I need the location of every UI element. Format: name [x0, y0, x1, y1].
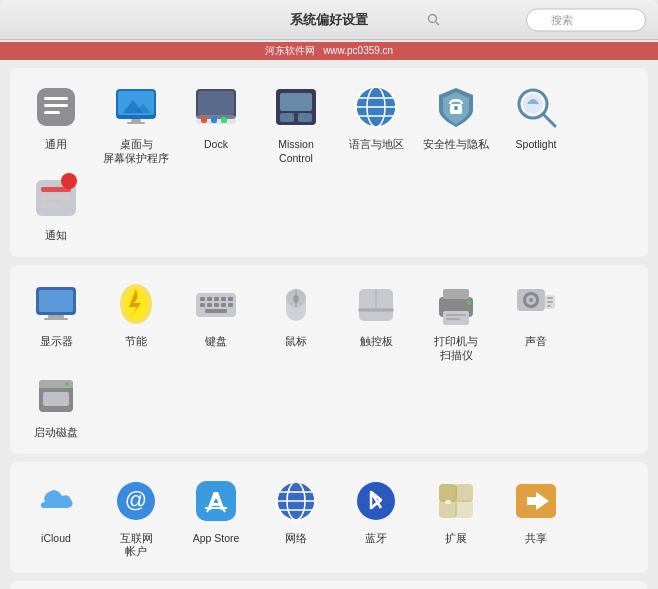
pref-printer[interactable]: 打印机与扫描仪 — [416, 277, 496, 362]
pref-sharing-label: 共享 — [525, 532, 547, 546]
svg-rect-40 — [44, 318, 68, 320]
pref-network[interactable]: 网络 — [256, 474, 336, 546]
pref-energy[interactable]: 节能 — [96, 277, 176, 349]
pref-extensions[interactable]: 扩展 — [416, 474, 496, 546]
dock-icon — [193, 84, 239, 130]
security-icon — [433, 84, 479, 130]
svg-rect-63 — [443, 289, 469, 299]
svg-rect-53 — [228, 303, 233, 307]
pref-language[interactable]: 语言与地区 — [336, 80, 416, 152]
svg-rect-39 — [48, 315, 64, 318]
svg-text:A: A — [207, 486, 226, 516]
pref-dock[interactable]: Dock — [176, 80, 256, 152]
svg-rect-5 — [44, 111, 60, 114]
pref-bluetooth-label: 蓝牙 — [365, 532, 387, 546]
pref-desktop[interactable]: 桌面与屏幕保护程序 — [96, 80, 176, 165]
section-system: 用户与群组 家长控制 — [10, 581, 648, 589]
window-title: 系统偏好设置 — [290, 11, 368, 29]
svg-rect-4 — [44, 104, 68, 107]
pref-internet-label: 互联网帐户 — [120, 532, 153, 559]
pref-mouse[interactable]: 鼠标 — [256, 277, 336, 349]
svg-rect-11 — [127, 122, 145, 124]
pref-startup[interactable]: 启动磁盘 — [16, 368, 96, 440]
svg-rect-16 — [211, 117, 217, 123]
pref-general[interactable]: 通用 — [16, 80, 96, 152]
network-icon — [273, 478, 319, 524]
pref-notification[interactable]: 通知 — [16, 171, 96, 243]
icloud-icon — [33, 478, 79, 524]
pref-appstore-label: App Store — [193, 532, 240, 546]
search-box[interactable]: 搜索 — [526, 8, 646, 31]
pref-appstore[interactable]: A App Store — [176, 474, 256, 546]
svg-rect-79 — [43, 392, 69, 406]
svg-rect-75 — [547, 305, 551, 307]
svg-rect-51 — [214, 303, 219, 307]
trackpad-icon — [353, 281, 399, 327]
pref-energy-label: 节能 — [125, 335, 147, 349]
pref-spotlight[interactable]: Spotlight — [496, 80, 576, 152]
appstore-icon: A — [193, 478, 239, 524]
pref-bluetooth[interactable]: 蓝牙 — [336, 474, 416, 546]
svg-line-1 — [436, 22, 439, 25]
pref-spotlight-label: Spotlight — [516, 138, 557, 152]
svg-rect-66 — [446, 318, 460, 320]
pref-extensions-label: 扩展 — [445, 532, 467, 546]
pref-display-label: 显示器 — [40, 335, 73, 349]
svg-line-31 — [543, 114, 555, 126]
svg-point-29 — [454, 106, 458, 110]
svg-rect-13 — [198, 91, 234, 115]
pref-security[interactable]: 安全性与隐私 — [416, 80, 496, 152]
pref-trackpad[interactable]: 触控板 — [336, 277, 416, 349]
pref-sharing[interactable]: 共享 — [496, 474, 576, 546]
svg-rect-45 — [207, 297, 212, 301]
svg-rect-44 — [200, 297, 205, 301]
pref-security-label: 安全性与隐私 — [423, 138, 489, 152]
pref-mouse-label: 鼠标 — [285, 335, 307, 349]
svg-rect-48 — [228, 297, 233, 301]
svg-rect-94 — [439, 484, 457, 502]
titlebar: 系统偏好设置 搜索 — [0, 0, 658, 40]
search-icon — [427, 13, 440, 26]
pref-mission[interactable]: MissionControl — [256, 80, 336, 165]
svg-rect-78 — [39, 386, 73, 388]
startup-icon — [33, 372, 79, 418]
main-content: 通用 桌面与屏幕保护程序 — [0, 58, 658, 589]
spotlight-pref-icon — [513, 84, 559, 130]
pref-icloud-label: iCloud — [41, 532, 71, 546]
printer-icon — [433, 281, 479, 327]
section-personal: 通用 桌面与屏幕保护程序 — [10, 68, 648, 257]
pref-internet[interactable]: @ 互联网帐户 — [96, 474, 176, 559]
svg-point-71 — [529, 298, 533, 302]
pref-printer-label: 打印机与扫描仪 — [434, 335, 478, 362]
pref-keyboard[interactable]: 键盘 — [176, 277, 256, 349]
pref-language-label: 语言与地区 — [349, 138, 404, 152]
svg-rect-10 — [131, 119, 141, 122]
svg-point-80 — [65, 382, 69, 386]
svg-rect-46 — [214, 297, 219, 301]
section-hardware: 显示器 节能 — [10, 265, 648, 454]
pref-sound[interactable]: 声音 — [496, 277, 576, 349]
general-icon — [33, 84, 79, 130]
svg-rect-95 — [455, 484, 473, 502]
pref-notification-label: 通知 — [45, 229, 67, 243]
sound-icon — [513, 281, 559, 327]
pref-keyboard-label: 键盘 — [205, 335, 227, 349]
svg-rect-65 — [446, 314, 466, 316]
svg-rect-3 — [44, 97, 68, 100]
internet-icon: @ — [113, 478, 159, 524]
sharing-icon — [513, 478, 559, 524]
pref-display[interactable]: 显示器 — [16, 277, 96, 349]
search-placeholder: 搜索 — [551, 12, 573, 27]
svg-point-0 — [429, 15, 437, 23]
desktop-icon — [113, 84, 159, 130]
svg-rect-74 — [547, 301, 553, 303]
display-icon — [33, 281, 79, 327]
svg-text:@: @ — [125, 487, 147, 512]
energy-icon — [113, 281, 159, 327]
pref-sound-label: 声音 — [525, 335, 547, 349]
watermark: 河东软件网 www.pc0359.cn — [0, 42, 658, 60]
bluetooth-icon — [353, 478, 399, 524]
pref-icloud[interactable]: iCloud — [16, 474, 96, 546]
pref-trackpad-label: 触控板 — [360, 335, 393, 349]
svg-rect-35 — [41, 195, 71, 200]
